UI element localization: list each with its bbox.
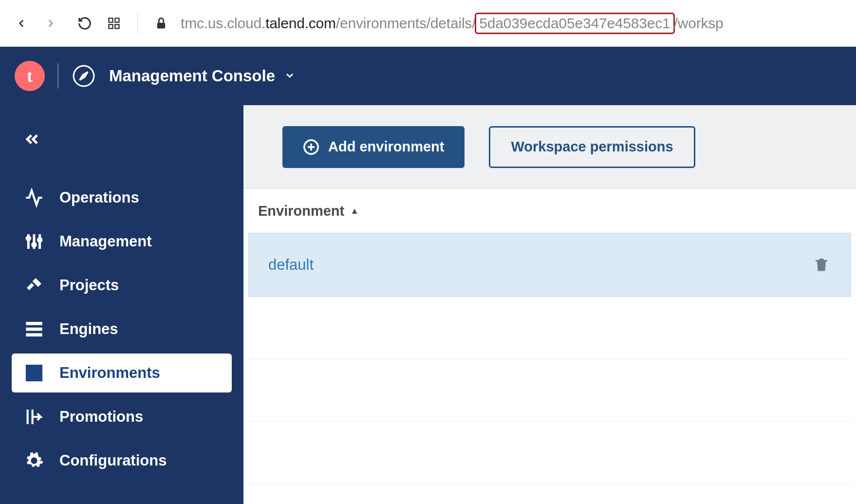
svg-rect-3 <box>115 24 119 28</box>
logo-letter: t <box>27 66 33 86</box>
sidebar-item-label: Operations <box>59 189 139 206</box>
table-row <box>248 297 851 359</box>
trash-icon[interactable] <box>813 256 831 274</box>
sort-asc-icon: ▲ <box>350 206 359 216</box>
sidebar-item-environments[interactable]: Environments <box>12 354 232 392</box>
tools-icon <box>23 275 45 296</box>
column-label: Environment <box>258 203 344 219</box>
separator <box>137 13 138 34</box>
flow-icon <box>23 406 45 428</box>
add-environment-button[interactable]: Add environment <box>282 126 465 168</box>
sidebar-item-configurations[interactable]: Configurations <box>12 441 232 480</box>
url-domain: talend.com <box>265 15 336 31</box>
svg-rect-0 <box>109 18 113 22</box>
layers-icon <box>23 362 45 384</box>
url-prefix: tmc.us.cloud. <box>181 15 265 31</box>
sidebar-item-management[interactable]: Management <box>12 222 232 261</box>
table-row <box>248 422 851 484</box>
browser-toolbar: tmc.us.cloud.talend.com/environments/det… <box>0 0 856 47</box>
svg-rect-4 <box>157 22 165 28</box>
sidebar: Operations Management Projects Engines E <box>0 105 243 504</box>
app-logo[interactable]: t <box>15 61 45 91</box>
workspace-permissions-button[interactable]: Workspace permissions <box>489 126 695 168</box>
svg-rect-1 <box>115 18 119 22</box>
svg-marker-6 <box>80 72 88 80</box>
server-icon <box>23 318 45 340</box>
sidebar-item-promotions[interactable]: Promotions <box>12 397 232 436</box>
svg-rect-14 <box>26 328 42 331</box>
toolbar: Add environment Workspace permissions <box>243 105 856 189</box>
sidebar-item-label: Engines <box>59 320 118 338</box>
chevron-down-icon <box>284 67 296 85</box>
sidebar-item-label: Configurations <box>59 452 167 469</box>
app-header: t Management Console <box>0 47 856 105</box>
svg-point-11 <box>33 243 36 246</box>
svg-point-12 <box>38 238 41 242</box>
sidebar-item-label: Management <box>59 233 151 250</box>
svg-rect-2 <box>109 24 113 28</box>
column-header-environment[interactable]: Environment ▲ <box>243 189 856 233</box>
environment-row[interactable]: default <box>248 233 851 297</box>
forward-button[interactable] <box>41 14 60 33</box>
collapse-sidebar-button[interactable] <box>18 125 47 154</box>
plus-circle-icon <box>303 139 319 155</box>
sidebar-item-label: Projects <box>59 277 119 294</box>
url-path1: /environments/details/ <box>336 15 476 31</box>
separator <box>57 63 58 89</box>
sliders-icon <box>23 231 45 252</box>
activity-icon <box>23 187 45 208</box>
environment-name: default <box>268 256 314 274</box>
app-title-text: Management Console <box>109 67 275 85</box>
back-button[interactable] <box>12 14 31 33</box>
url-highlight-id: 5da039ecda05e347e4583ec1 <box>475 13 674 34</box>
sidebar-item-projects[interactable]: Projects <box>12 266 232 305</box>
lock-icon <box>151 14 171 33</box>
svg-rect-13 <box>26 322 42 325</box>
main-content: Add environment Workspace permissions En… <box>243 105 856 504</box>
app-title-dropdown[interactable]: Management Console <box>109 67 296 85</box>
sidebar-item-label: Promotions <box>59 408 143 426</box>
compass-icon[interactable] <box>71 63 96 89</box>
sidebar-item-operations[interactable]: Operations <box>12 178 232 217</box>
svg-point-10 <box>27 237 30 240</box>
url-path2: /worksp <box>674 15 724 31</box>
table-row <box>248 359 851 422</box>
button-label: Add environment <box>328 139 444 155</box>
sidebar-item-engines[interactable]: Engines <box>12 310 232 349</box>
reload-button[interactable] <box>75 14 94 33</box>
svg-rect-15 <box>26 333 42 336</box>
apps-grid-icon[interactable] <box>104 14 124 33</box>
button-label: Workspace permissions <box>511 139 673 155</box>
address-bar[interactable]: tmc.us.cloud.talend.com/environments/det… <box>181 13 724 34</box>
sidebar-item-label: Environments <box>59 364 160 382</box>
gear-icon <box>23 450 45 471</box>
